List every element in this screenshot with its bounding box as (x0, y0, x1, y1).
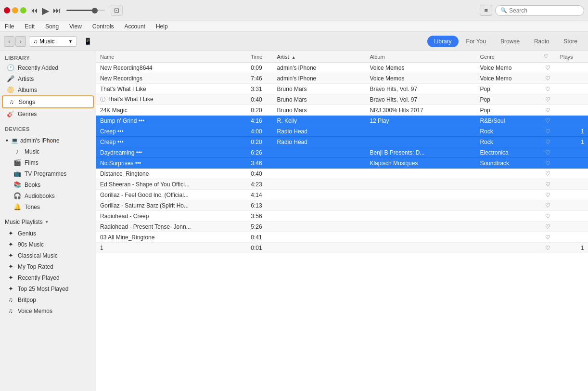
audiobooks-icon: 🎧 (13, 192, 21, 199)
cell-heart[interactable]: ♡ (540, 232, 556, 243)
table-row[interactable]: That's What I Like3:31Bruno MarsBravo Hi… (96, 84, 588, 94)
table-row[interactable]: New Recording86440:09admin's iPhoneVoice… (96, 63, 588, 73)
cell-album (366, 200, 476, 211)
table-row[interactable]: Distance_Ringtone0:40♡ (96, 169, 588, 179)
airplay-button[interactable]: ⊡ (111, 5, 123, 16)
table-row[interactable]: Radiohead - Present Tense- Jonn...5:26♡ (96, 222, 588, 232)
maximize-button[interactable] (20, 7, 26, 13)
cell-heart[interactable]: ♡ (540, 126, 556, 137)
menu-controls[interactable]: Controls (90, 22, 116, 31)
table-row[interactable]: No Surprises •••3:46Klapisch MusiquesSou… (96, 158, 588, 169)
fastforward-button[interactable]: ⏭ (53, 6, 61, 15)
cell-heart[interactable]: ♡ (540, 137, 556, 147)
forward-button[interactable]: › (15, 36, 26, 47)
minimize-button[interactable] (12, 7, 18, 13)
tab-library[interactable]: Library (427, 36, 459, 47)
sidebar-item-genius[interactable]: ✦ Genius (2, 228, 94, 239)
menu-file[interactable]: File (3, 22, 16, 31)
menu-help[interactable]: Help (154, 22, 170, 31)
rewind-button[interactable]: ⏮ (30, 6, 38, 15)
table-row[interactable]: Daydreaming •••6:26Benji B Presents: D..… (96, 147, 588, 158)
cell-heart[interactable]: ♡ (540, 211, 556, 222)
menu-view[interactable]: View (67, 22, 84, 31)
device-header[interactable]: ▼ 💻 admin's iPhone ← (0, 135, 96, 146)
sidebar-item-audiobooks[interactable]: 🎧 Audiobooks (9, 190, 94, 201)
volume-slider[interactable] (66, 10, 105, 11)
cell-heart[interactable]: ♡ (540, 169, 556, 179)
menu-edit[interactable]: Edit (23, 22, 37, 31)
table-row[interactable]: Gorillaz - Feel Good Inc. (Official...4:… (96, 190, 588, 200)
col-header-plays[interactable]: Plays (556, 51, 588, 63)
search-input[interactable] (509, 7, 576, 14)
table-row[interactable]: 03 All Mine_Ringtone0:41♡ (96, 232, 588, 243)
table-row[interactable]: New Recordings7:46admin's iPhoneVoice Me… (96, 73, 588, 84)
col-header-album[interactable]: Album (366, 51, 476, 63)
sidebar-item-classical[interactable]: ✦ Classical Music (2, 250, 94, 261)
sidebar-item-voice-memos[interactable]: ♫ Voice Memos (2, 305, 94, 316)
table-scroll[interactable]: Name Time Artist ▲ Album Genre ♡ Plays N… (96, 51, 588, 391)
tab-radio[interactable]: Radio (527, 36, 556, 47)
sidebar-item-my-top-rated[interactable]: ✦ My Top Rated (2, 261, 94, 272)
artists-icon: 🎤 (7, 75, 14, 82)
col-header-name[interactable]: Name (96, 51, 247, 63)
table-row[interactable]: ⓘThat's What I Like0:40Bruno MarsBravo H… (96, 94, 588, 105)
cell-heart[interactable]: ♡ (540, 73, 556, 84)
cell-heart[interactable]: ♡ (540, 200, 556, 211)
cell-time: 6:26 (247, 147, 273, 158)
menu-song[interactable]: Song (43, 22, 61, 31)
cell-heart[interactable]: ♡ (540, 190, 556, 200)
sidebar-item-britpop[interactable]: ♫ Britpop (2, 294, 94, 305)
cell-heart[interactable]: ♡ (540, 116, 556, 126)
col-header-time[interactable]: Time (247, 51, 273, 63)
table-row[interactable]: 10:01♡1 (96, 243, 588, 253)
play-button[interactable]: ▶ (42, 5, 49, 16)
cell-heart[interactable]: ♡ (540, 243, 556, 253)
cell-heart[interactable]: ♡ (540, 179, 556, 190)
table-row[interactable]: Bump n' Grind •••4:16R. Kelly12 PlayR&B/… (96, 116, 588, 126)
close-button[interactable] (4, 7, 10, 13)
cell-heart[interactable]: ♡ (540, 94, 556, 105)
sidebar-item-recently-played[interactable]: ✦ Recently Played (2, 272, 94, 283)
list-view-button[interactable]: ≡ (480, 5, 492, 16)
cell-heart[interactable]: ♡ (540, 147, 556, 158)
cell-heart[interactable]: ♡ (540, 84, 556, 94)
table-row[interactable]: Radiohead - Creep3:56♡ (96, 211, 588, 222)
cell-plays (556, 73, 588, 84)
sidebar-item-tv[interactable]: 📺 TV Programmes (9, 168, 94, 179)
recently-played-icon: ✦ (7, 274, 14, 281)
cell-heart[interactable]: ♡ (540, 63, 556, 73)
table-row[interactable]: 24K Magic0:20Bruno MarsNRJ 300% Hits 201… (96, 105, 588, 116)
col-header-heart[interactable]: ♡ (540, 51, 556, 63)
tab-for-you[interactable]: For You (460, 36, 493, 47)
sidebar-item-songs[interactable]: ♫ Songs (2, 95, 94, 108)
table-row[interactable]: Ed Sheeran - Shape of You Offici...4:23♡ (96, 179, 588, 190)
menu-account[interactable]: Account (123, 22, 147, 31)
sidebar-item-genres[interactable]: 🎸 Genres (2, 108, 94, 119)
cell-heart[interactable]: ♡ (540, 158, 556, 169)
sidebar-item-books[interactable]: 📚 Books (9, 179, 94, 190)
col-header-genre[interactable]: Genre (476, 51, 540, 63)
cell-album: Voice Memos (366, 63, 476, 73)
table-row[interactable]: Creep •••0:20Radio HeadRock♡1 (96, 137, 588, 147)
tab-browse[interactable]: Browse (494, 36, 526, 47)
sidebar-item-recently-added[interactable]: 🕐 Recently Added (2, 62, 94, 73)
sidebar-item-films[interactable]: 🎬 Films (9, 157, 94, 168)
sidebar-item-albums[interactable]: 📀 Albums (2, 84, 94, 95)
sidebar-item-90s-music[interactable]: ✦ 90s Music (2, 239, 94, 250)
sidebar-item-music[interactable]: ♪ Music (9, 146, 94, 157)
col-header-artist[interactable]: Artist ▲ (273, 51, 366, 63)
cell-album: Benji B Presents: D... (366, 147, 476, 158)
tab-store[interactable]: Store (557, 36, 584, 47)
iphone-icon[interactable]: 📱 (84, 38, 92, 45)
cell-heart[interactable]: ♡ (540, 222, 556, 232)
source-selector[interactable]: ♫ Music ▼ (29, 36, 77, 47)
table-row[interactable]: Creep •••4:00Radio HeadRock♡1 (96, 126, 588, 137)
sidebar-item-tones[interactable]: 🔔 Tones (9, 201, 94, 212)
sidebar-item-artists[interactable]: 🎤 Artists (2, 73, 94, 84)
cell-artist (273, 169, 366, 179)
cell-heart[interactable]: ♡ (540, 105, 556, 116)
back-button[interactable]: ‹ (4, 36, 14, 47)
table-row[interactable]: Gorillaz - Saturnz Barz (Spirit Ho...6:1… (96, 200, 588, 211)
playlists-section-header[interactable]: Music Playlists ▼ (0, 216, 96, 228)
sidebar-item-top25[interactable]: ✦ Top 25 Most Played (2, 283, 94, 294)
